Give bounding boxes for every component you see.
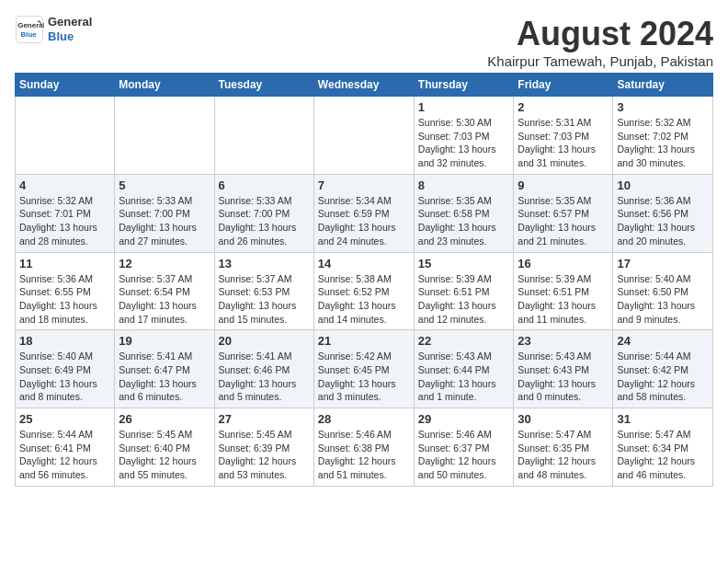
calendar-table: SundayMondayTuesdayWednesdayThursdayFrid…: [15, 73, 713, 487]
day-info: Sunrise: 5:32 AM Sunset: 7:01 PM Dayligh…: [19, 194, 110, 248]
logo-text: General Blue: [48, 15, 92, 43]
day-number: 16: [518, 257, 609, 270]
calendar-cell: 19Sunrise: 5:41 AM Sunset: 6:47 PM Dayli…: [115, 330, 214, 408]
day-info: Sunrise: 5:38 AM Sunset: 6:52 PM Dayligh…: [318, 272, 410, 327]
day-number: 15: [418, 257, 510, 270]
calendar-header-row: SundayMondayTuesdayWednesdayThursdayFrid…: [16, 74, 713, 97]
day-number: 4: [19, 178, 110, 192]
calendar-cell: [214, 97, 313, 175]
day-number: 27: [219, 412, 310, 426]
calendar-week-1: 1Sunrise: 5:30 AM Sunset: 7:03 PM Daylig…: [16, 97, 713, 175]
logo: General Blue General Blue: [15, 15, 92, 44]
day-info: Sunrise: 5:46 AM Sunset: 6:38 PM Dayligh…: [318, 428, 410, 482]
column-header-friday: Friday: [514, 74, 613, 97]
calendar-cell: 26Sunrise: 5:45 AM Sunset: 6:40 PM Dayli…: [115, 408, 214, 487]
day-info: Sunrise: 5:44 AM Sunset: 6:41 PM Dayligh…: [19, 428, 110, 482]
column-header-tuesday: Tuesday: [214, 74, 313, 97]
calendar-cell: 3Sunrise: 5:32 AM Sunset: 7:02 PM Daylig…: [613, 97, 713, 175]
calendar-cell: 16Sunrise: 5:39 AM Sunset: 6:51 PM Dayli…: [514, 252, 613, 330]
day-info: Sunrise: 5:36 AM Sunset: 6:55 PM Dayligh…: [19, 272, 110, 327]
day-number: 19: [119, 334, 210, 348]
day-info: Sunrise: 5:42 AM Sunset: 6:45 PM Dayligh…: [318, 350, 410, 404]
calendar-cell: 2Sunrise: 5:31 AM Sunset: 7:03 PM Daylig…: [514, 97, 613, 175]
day-number: 25: [19, 412, 110, 426]
day-number: 6: [219, 178, 310, 192]
calendar-cell: 5Sunrise: 5:33 AM Sunset: 7:00 PM Daylig…: [115, 174, 214, 252]
calendar-cell: 17Sunrise: 5:40 AM Sunset: 6:50 PM Dayli…: [613, 252, 713, 330]
day-number: 13: [219, 257, 310, 270]
calendar-cell: 30Sunrise: 5:47 AM Sunset: 6:35 PM Dayli…: [514, 408, 613, 487]
day-number: 7: [318, 178, 410, 192]
calendar-cell: 13Sunrise: 5:37 AM Sunset: 6:53 PM Dayli…: [214, 252, 313, 330]
day-number: 28: [318, 412, 410, 426]
day-info: Sunrise: 5:47 AM Sunset: 6:35 PM Dayligh…: [518, 428, 609, 482]
calendar-cell: 20Sunrise: 5:41 AM Sunset: 6:46 PM Dayli…: [214, 330, 313, 408]
calendar-cell: 24Sunrise: 5:44 AM Sunset: 6:42 PM Dayli…: [613, 330, 713, 408]
calendar-cell: 15Sunrise: 5:39 AM Sunset: 6:51 PM Dayli…: [414, 252, 514, 330]
calendar-cell: 8Sunrise: 5:35 AM Sunset: 6:58 PM Daylig…: [414, 174, 514, 252]
day-number: 2: [518, 100, 609, 114]
day-info: Sunrise: 5:44 AM Sunset: 6:42 PM Dayligh…: [617, 350, 709, 404]
day-number: 10: [617, 178, 709, 192]
column-header-saturday: Saturday: [613, 74, 713, 97]
day-number: 21: [318, 334, 410, 348]
day-number: 17: [617, 257, 709, 270]
day-info: Sunrise: 5:47 AM Sunset: 6:34 PM Dayligh…: [617, 428, 709, 482]
day-number: 22: [418, 334, 510, 348]
day-info: Sunrise: 5:36 AM Sunset: 6:56 PM Dayligh…: [617, 194, 709, 248]
day-info: Sunrise: 5:33 AM Sunset: 7:00 PM Dayligh…: [119, 194, 210, 248]
day-number: 30: [518, 412, 609, 426]
day-info: Sunrise: 5:34 AM Sunset: 6:59 PM Dayligh…: [318, 194, 410, 248]
day-info: Sunrise: 5:37 AM Sunset: 6:54 PM Dayligh…: [119, 272, 210, 327]
day-info: Sunrise: 5:39 AM Sunset: 6:51 PM Dayligh…: [418, 272, 510, 327]
day-number: 12: [119, 257, 210, 270]
day-number: 23: [518, 334, 609, 348]
column-header-sunday: Sunday: [16, 74, 115, 97]
calendar-cell: 9Sunrise: 5:35 AM Sunset: 6:57 PM Daylig…: [514, 174, 613, 252]
logo-icon: General Blue: [15, 15, 44, 44]
calendar-cell: 28Sunrise: 5:46 AM Sunset: 6:38 PM Dayli…: [313, 408, 414, 487]
day-number: 20: [219, 334, 310, 348]
calendar-cell: [313, 97, 414, 175]
day-number: 11: [19, 257, 110, 270]
day-info: Sunrise: 5:40 AM Sunset: 6:50 PM Dayligh…: [617, 272, 709, 327]
day-info: Sunrise: 5:43 AM Sunset: 6:44 PM Dayligh…: [418, 350, 510, 404]
column-header-wednesday: Wednesday: [313, 74, 414, 97]
calendar-cell: 23Sunrise: 5:43 AM Sunset: 6:43 PM Dayli…: [514, 330, 613, 408]
day-number: 18: [19, 334, 110, 348]
calendar-cell: 29Sunrise: 5:46 AM Sunset: 6:37 PM Dayli…: [414, 408, 514, 487]
day-info: Sunrise: 5:45 AM Sunset: 6:40 PM Dayligh…: [119, 428, 210, 482]
day-number: 5: [119, 178, 210, 192]
day-info: Sunrise: 5:45 AM Sunset: 6:39 PM Dayligh…: [219, 428, 310, 482]
calendar-cell: 10Sunrise: 5:36 AM Sunset: 6:56 PM Dayli…: [613, 174, 713, 252]
day-number: 1: [418, 100, 510, 114]
calendar-cell: 11Sunrise: 5:36 AM Sunset: 6:55 PM Dayli…: [16, 252, 115, 330]
day-number: 31: [617, 412, 709, 426]
day-info: Sunrise: 5:30 AM Sunset: 7:03 PM Dayligh…: [418, 116, 510, 170]
day-number: 29: [418, 412, 510, 426]
day-number: 14: [318, 257, 410, 270]
day-info: Sunrise: 5:41 AM Sunset: 6:47 PM Dayligh…: [119, 350, 210, 404]
calendar-cell: 6Sunrise: 5:33 AM Sunset: 7:00 PM Daylig…: [214, 174, 313, 252]
day-info: Sunrise: 5:46 AM Sunset: 6:37 PM Dayligh…: [418, 428, 510, 482]
day-info: Sunrise: 5:40 AM Sunset: 6:49 PM Dayligh…: [19, 350, 110, 404]
calendar-cell: 22Sunrise: 5:43 AM Sunset: 6:44 PM Dayli…: [414, 330, 514, 408]
calendar-cell: 12Sunrise: 5:37 AM Sunset: 6:54 PM Dayli…: [115, 252, 214, 330]
subtitle: Khairpur Tamewah, Punjab, Pakistan: [487, 53, 713, 69]
day-number: 26: [119, 412, 210, 426]
calendar-cell: [16, 97, 115, 175]
calendar-cell: 14Sunrise: 5:38 AM Sunset: 6:52 PM Dayli…: [313, 252, 414, 330]
calendar-week-4: 18Sunrise: 5:40 AM Sunset: 6:49 PM Dayli…: [16, 330, 713, 408]
svg-text:Blue: Blue: [20, 30, 37, 39]
day-info: Sunrise: 5:37 AM Sunset: 6:53 PM Dayligh…: [219, 272, 310, 327]
day-info: Sunrise: 5:41 AM Sunset: 6:46 PM Dayligh…: [219, 350, 310, 404]
day-number: 9: [518, 178, 609, 192]
calendar-cell: 25Sunrise: 5:44 AM Sunset: 6:41 PM Dayli…: [16, 408, 115, 487]
calendar-cell: 21Sunrise: 5:42 AM Sunset: 6:45 PM Dayli…: [313, 330, 414, 408]
main-title: August 2024: [487, 15, 713, 53]
day-number: 3: [617, 100, 709, 114]
calendar-cell: 4Sunrise: 5:32 AM Sunset: 7:01 PM Daylig…: [16, 174, 115, 252]
day-info: Sunrise: 5:39 AM Sunset: 6:51 PM Dayligh…: [518, 272, 609, 327]
day-info: Sunrise: 5:31 AM Sunset: 7:03 PM Dayligh…: [518, 116, 609, 170]
calendar-cell: 18Sunrise: 5:40 AM Sunset: 6:49 PM Dayli…: [16, 330, 115, 408]
